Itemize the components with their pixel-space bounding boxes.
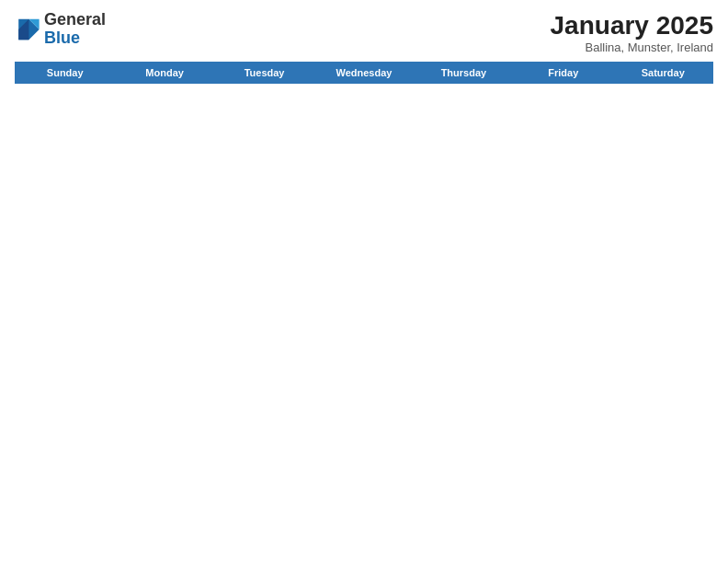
col-monday: Monday bbox=[115, 63, 214, 84]
logo-icon bbox=[15, 17, 40, 42]
header: General Blue January 2025 Ballina, Munst… bbox=[15, 11, 713, 54]
calendar-table: Sunday Monday Tuesday Wednesday Thursday… bbox=[15, 62, 713, 84]
title-block: January 2025 Ballina, Munster, Ireland bbox=[551, 11, 713, 54]
col-thursday: Thursday bbox=[414, 63, 513, 84]
month-title: January 2025 bbox=[551, 11, 713, 40]
col-tuesday: Tuesday bbox=[214, 63, 313, 84]
calendar-header-row: Sunday Monday Tuesday Wednesday Thursday… bbox=[16, 63, 713, 84]
location-subtitle: Ballina, Munster, Ireland bbox=[551, 40, 713, 54]
logo-blue: Blue bbox=[44, 29, 80, 47]
col-saturday: Saturday bbox=[613, 63, 712, 84]
logo-text: General Blue bbox=[44, 11, 106, 48]
page: General Blue January 2025 Ballina, Munst… bbox=[0, 0, 728, 563]
col-sunday: Sunday bbox=[16, 63, 115, 84]
col-wednesday: Wednesday bbox=[314, 63, 414, 84]
col-friday: Friday bbox=[514, 63, 613, 84]
logo-general: General bbox=[44, 10, 106, 29]
logo: General Blue bbox=[15, 11, 106, 48]
